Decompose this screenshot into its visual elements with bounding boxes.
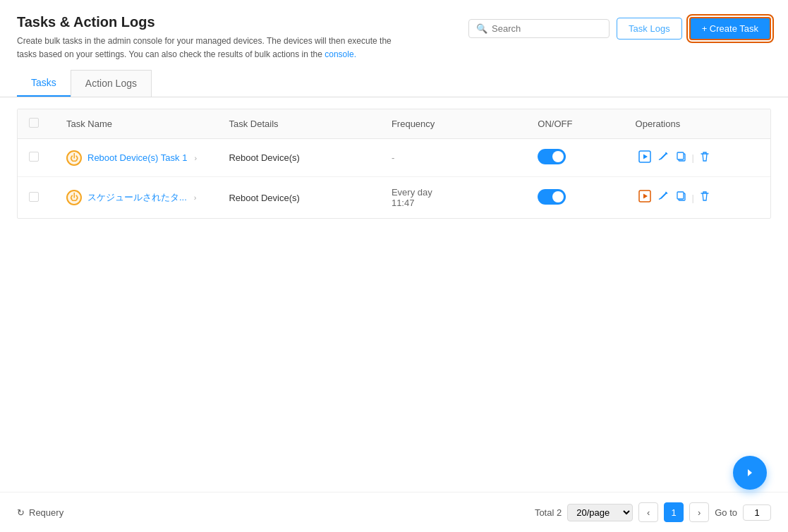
row1-delete-icon[interactable]	[698, 150, 711, 166]
page-title: Tasks & Action Logs	[17, 14, 412, 30]
pagination: Total 2 20/page 50/page 100/page ‹ 1 › G…	[535, 502, 771, 522]
task-table: Task Name Task Details Frequency ON/OFF …	[17, 109, 771, 219]
row2-task-name-cell: ⏻ スケジュールされたタ... ›	[55, 177, 217, 219]
table-header-row: Task Name Task Details Frequency ON/OFF …	[18, 109, 770, 139]
row2-onoff	[526, 177, 624, 219]
row1-copy-icon[interactable]	[675, 150, 688, 166]
row1-edit-icon[interactable]	[657, 150, 669, 166]
header-task-details: Task Details	[217, 109, 380, 139]
row2-chevron-icon: ›	[194, 193, 197, 202]
page-description: Create bulk tasks in the admin console f…	[17, 35, 412, 61]
row2-checkbox-cell	[18, 177, 55, 219]
row2-frequency: Every day 11:47	[380, 177, 526, 219]
table-row: ⏻ Reboot Device(s) Task 1 › Reboot Devic…	[18, 139, 770, 177]
row2-toggle[interactable]	[538, 189, 566, 205]
go-to-input[interactable]	[743, 504, 771, 521]
requery-button[interactable]: ↻ Requery	[17, 507, 63, 518]
main-content: Task Name Task Details Frequency ON/OFF …	[0, 109, 788, 518]
row2-frequency-text: Every day 11:47	[392, 187, 515, 208]
row2-power-icon: ⏻	[66, 190, 82, 205]
header-right: 🔍 Task Logs + Create Task	[468, 17, 771, 40]
page-header: Tasks & Action Logs Create bulk tasks in…	[0, 0, 788, 70]
row2-edit-icon[interactable]	[657, 190, 669, 205]
header-frequency: Frequency	[380, 109, 526, 139]
row2-divider: |	[692, 193, 694, 203]
prev-page-button[interactable]: ‹	[638, 502, 658, 522]
row1-frequency: -	[380, 139, 526, 177]
row1-chevron-icon: ›	[194, 154, 197, 162]
row1-power-icon: ⏻	[66, 150, 82, 166]
header-onoff: ON/OFF	[526, 109, 624, 139]
row1-checkbox-cell	[18, 139, 55, 177]
row1-operations: |	[624, 139, 770, 177]
header-task-name: Task Name	[55, 109, 217, 139]
table-row: ⏻ スケジュールされたタ... › Reboot Device(s) Every…	[18, 177, 770, 219]
next-page-button[interactable]: ›	[689, 502, 709, 522]
requery-icon: ↻	[17, 507, 25, 518]
per-page-select[interactable]: 20/page 50/page 100/page	[567, 504, 633, 521]
row1-onoff	[526, 139, 624, 177]
row1-divider: |	[692, 152, 694, 163]
page-1-label: 1	[672, 507, 677, 518]
row2-operations: |	[624, 177, 770, 219]
header-checkbox-col	[18, 109, 55, 139]
row1-toggle[interactable]	[538, 149, 566, 164]
task-logs-button[interactable]: Task Logs	[617, 18, 682, 40]
row1-run-icon[interactable]	[638, 150, 651, 166]
create-task-button[interactable]: + Create Task	[689, 17, 771, 40]
fab-button[interactable]	[733, 456, 767, 490]
page-1-button[interactable]: 1	[664, 502, 684, 522]
go-to-label: Go to	[715, 507, 737, 518]
tab-tasks[interactable]: Tasks	[17, 70, 71, 97]
header-operations: Operations	[624, 109, 770, 139]
search-icon: 🔍	[476, 23, 487, 34]
row1-checkbox[interactable]	[29, 152, 39, 162]
row1-task-details: Reboot Device(s)	[217, 139, 380, 177]
requery-label: Requery	[29, 507, 63, 518]
tab-bar: Tasks Action Logs	[0, 70, 788, 97]
row1-task-name-link[interactable]: Reboot Device(s) Task 1	[87, 152, 187, 163]
svg-rect-2	[677, 152, 684, 159]
search-input[interactable]	[492, 23, 602, 34]
row2-task-details: Reboot Device(s)	[217, 177, 380, 219]
select-all-checkbox[interactable]	[29, 118, 39, 128]
row2-checkbox[interactable]	[29, 192, 39, 202]
prev-icon: ‹	[647, 507, 650, 518]
row2-delete-icon[interactable]	[698, 190, 711, 205]
total-count: Total 2	[535, 507, 562, 518]
row2-run-icon[interactable]	[638, 190, 651, 205]
row2-copy-icon[interactable]	[675, 190, 688, 205]
row2-task-name-link[interactable]: スケジュールされたタ...	[87, 191, 187, 204]
search-box: 🔍	[468, 19, 610, 38]
svg-rect-5	[677, 192, 684, 199]
page-footer: ↻ Requery Total 2 20/page 50/page 100/pa…	[0, 492, 788, 532]
header-left: Tasks & Action Logs Create bulk tasks in…	[17, 14, 412, 61]
row1-task-name-cell: ⏻ Reboot Device(s) Task 1 ›	[55, 139, 217, 177]
console-link[interactable]: console.	[325, 49, 356, 59]
tab-action-logs[interactable]: Action Logs	[71, 70, 152, 97]
next-icon: ›	[698, 507, 701, 518]
